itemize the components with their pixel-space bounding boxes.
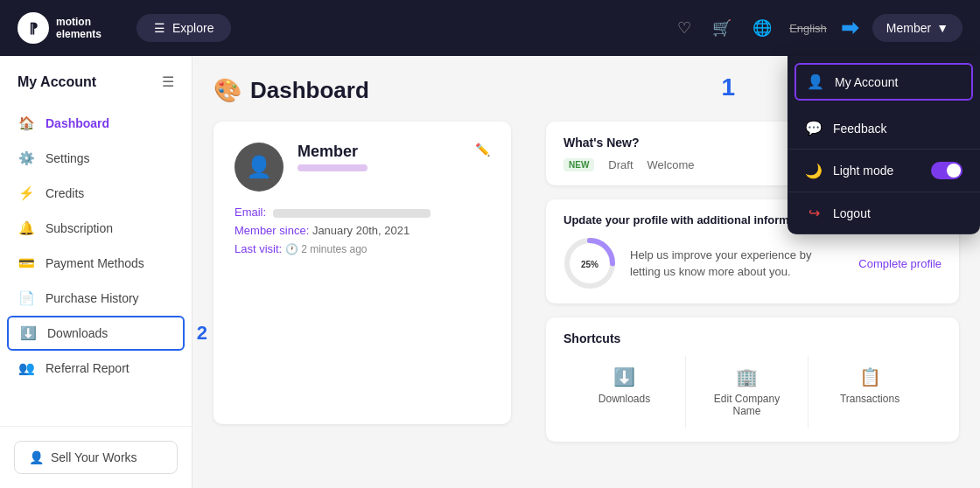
- wishlist-button[interactable]: ♡: [674, 15, 695, 41]
- page-number-1: 1: [721, 73, 735, 101]
- light-mode-toggle[interactable]: [931, 162, 962, 179]
- sidebar-item-label: Subscription: [46, 221, 113, 235]
- shortcuts-section: Shortcuts ⬇️ Downloads 🏢 Edit CompanyNam…: [546, 317, 959, 442]
- profile-header: 👤 Member ✏️: [234, 143, 490, 192]
- sidebar-header: My Account ☰: [0, 56, 192, 99]
- feedback-icon: 💬: [805, 120, 822, 136]
- history-icon: 📄: [18, 290, 35, 306]
- dropdown-menu: 👤 My Account 💬 Feedback 🌙 Light mode ↪ L…: [788, 56, 980, 234]
- explore-label: Explore: [172, 21, 214, 35]
- avatar: 👤: [234, 143, 284, 192]
- svg-text:25%: 25%: [581, 260, 598, 269]
- dropdown-item-logout[interactable]: ↪ Logout: [788, 192, 980, 234]
- profile-last-visit-row: Last visit: 🕐 2 minutes ago: [234, 242, 490, 255]
- sidebar-item-label: Payment Methods: [46, 256, 144, 270]
- complete-profile-link[interactable]: Complete profile: [858, 257, 942, 270]
- progress-circle: 25%: [564, 237, 616, 289]
- sidebar-item-label: Credits: [46, 186, 84, 200]
- sidebar-item-purchase-history[interactable]: 📄 Purchase History: [0, 281, 192, 316]
- clock-icon: 🕐: [285, 243, 301, 255]
- sidebar-title: My Account: [18, 74, 96, 90]
- language-label[interactable]: English: [789, 22, 827, 35]
- profile-email-row: Email:: [234, 206, 490, 219]
- logo[interactable]: ⁋ motionelements: [18, 12, 122, 44]
- update-profile-content: 25% Help us improve your experience by l…: [564, 237, 942, 289]
- sidebar-item-label: Settings: [46, 151, 90, 165]
- moon-icon: 🌙: [805, 163, 822, 179]
- email-label: Email:: [234, 206, 266, 219]
- sidebar-item-credits[interactable]: ⚡ Credits: [0, 176, 192, 211]
- shortcut-downloads[interactable]: ⬇️ Downloads: [564, 356, 686, 428]
- shortcut-transactions[interactable]: 📋 Transactions: [808, 356, 931, 428]
- chevron-down-icon: ▼: [936, 21, 948, 35]
- payment-icon: 💳: [18, 255, 35, 271]
- subscription-icon: 🔔: [18, 220, 35, 236]
- welcome-label: Welcome: [648, 158, 695, 171]
- sidebar-item-label: Purchase History: [46, 291, 139, 305]
- shortcuts-title: Shortcuts: [564, 331, 942, 345]
- account-icon: 👤: [807, 73, 824, 90]
- member-since-value: January 20th, 2021: [312, 224, 410, 237]
- sidebar-menu-icon[interactable]: ☰: [162, 73, 174, 90]
- shortcut-company-icon: 🏢: [736, 366, 758, 387]
- hamburger-icon: ☰: [154, 21, 165, 35]
- app-container: ⁋ motionelements ☰ Explore ♡ 🛒 🌐 English…: [0, 0, 980, 488]
- profile-color-bar: [298, 164, 368, 171]
- last-visit-label: Last visit:: [234, 242, 285, 255]
- update-profile-text: Help us improve your experience by letti…: [630, 247, 844, 281]
- shortcuts-row: ⬇️ Downloads 🏢 Edit CompanyName 📋 Transa…: [564, 356, 942, 428]
- draft-label: Draft: [608, 158, 633, 171]
- dropdown-item-feedback[interactable]: 💬 Feedback: [788, 108, 980, 150]
- sidebar-item-label: Downloads: [47, 326, 108, 340]
- logout-label: Logout: [833, 206, 962, 220]
- sidebar-item-payment-methods[interactable]: 💳 Payment Methods: [0, 246, 192, 281]
- profile-name: Member: [298, 143, 461, 161]
- member-since-label: Member since:: [234, 224, 312, 237]
- arrow-icon: ➡: [841, 16, 858, 40]
- sidebar-nav: 🏠 Dashboard ⚙️ Settings ⚡ Credits 🔔 Subs…: [0, 99, 192, 426]
- sidebar-item-settings[interactable]: ⚙️ Settings: [0, 141, 192, 176]
- shortcut-edit-company-label: Edit CompanyName: [714, 393, 780, 417]
- explore-button[interactable]: ☰ Explore: [136, 14, 231, 42]
- sidebar-item-downloads[interactable]: ⬇️ Downloads 2: [7, 316, 185, 351]
- cart-button[interactable]: 🛒: [709, 15, 735, 41]
- logo-text: motionelements: [56, 16, 102, 41]
- sidebar-item-label: Referral Report: [46, 361, 130, 375]
- sell-works-icon: 👤: [29, 450, 44, 464]
- shortcut-edit-company[interactable]: 🏢 Edit CompanyName: [686, 356, 808, 428]
- logo-icon: ⁋: [18, 12, 49, 44]
- credits-icon: ⚡: [18, 185, 35, 201]
- sidebar-item-dashboard[interactable]: 🏠 Dashboard: [0, 106, 192, 141]
- download-icon: ⬇️: [19, 325, 37, 341]
- sidebar-item-referral[interactable]: 👥 Referral Report: [0, 351, 192, 386]
- edit-icon[interactable]: ✏️: [475, 143, 490, 157]
- profile-member-since-row: Member since: January 20th, 2021: [234, 224, 490, 237]
- feedback-label: Feedback: [833, 122, 962, 136]
- member-button[interactable]: Member ▼: [872, 14, 962, 42]
- dropdown-item-lightmode[interactable]: 🌙 Light mode: [788, 150, 980, 192]
- dashboard-icon: 🏠: [18, 115, 35, 131]
- shortcut-transactions-icon: 📋: [859, 366, 881, 387]
- last-visit-value: 2 minutes ago: [301, 243, 367, 255]
- shortcut-download-icon: ⬇️: [613, 366, 635, 387]
- referral-icon: 👥: [18, 360, 35, 376]
- profile-card: 👤 Member ✏️ Email: Member since: Janua: [214, 122, 511, 424]
- sell-works-button[interactable]: 👤 Sell Your Works: [14, 441, 178, 474]
- language-icon[interactable]: 🌐: [749, 15, 775, 41]
- shortcut-transactions-label: Transactions: [840, 393, 900, 405]
- sidebar-item-subscription[interactable]: 🔔 Subscription: [0, 211, 192, 246]
- header-actions: ♡ 🛒 🌐 English ➡ Member ▼: [674, 14, 962, 42]
- header: ⁋ motionelements ☰ Explore ♡ 🛒 🌐 English…: [0, 0, 980, 56]
- new-badge: NEW: [564, 158, 594, 171]
- sidebar-bottom: 👤 Sell Your Works: [0, 426, 192, 488]
- sidebar: My Account ☰ 🏠 Dashboard ⚙️ Settings ⚡ C…: [0, 56, 192, 488]
- account-label: My Account: [835, 75, 961, 89]
- email-value-masked: [273, 209, 430, 218]
- logout-icon: ↪: [805, 205, 822, 221]
- shortcut-downloads-label: Downloads: [598, 393, 650, 405]
- dropdown-item-account[interactable]: 👤 My Account: [794, 63, 973, 101]
- sidebar-item-label: Dashboard: [46, 116, 109, 130]
- dashboard-emoji: 🎨: [214, 77, 242, 104]
- sell-works-label: Sell Your Works: [51, 450, 137, 464]
- lightmode-label: Light mode: [833, 164, 920, 178]
